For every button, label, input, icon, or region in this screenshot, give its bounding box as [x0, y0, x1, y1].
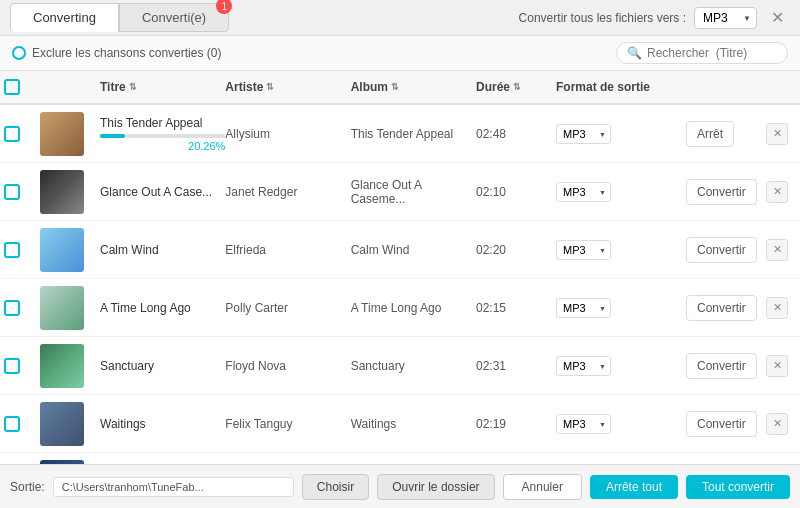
row-duration: 02:10 — [476, 185, 556, 199]
progress-bar-wrap — [100, 134, 225, 138]
row-checkbox[interactable] — [4, 358, 20, 374]
row-format-select[interactable]: MP3AACFLACWAV — [556, 240, 611, 260]
tab-converting[interactable]: Converting — [10, 3, 119, 32]
choisir-button[interactable]: Choisir — [302, 474, 369, 500]
progress-container: This Tender Appeal 20.26% — [100, 116, 225, 152]
th-artiste[interactable]: Artiste ⇅ — [225, 80, 350, 94]
row-action: Convertir — [686, 411, 766, 437]
row-duration: 02:31 — [476, 359, 556, 373]
table-row: Waitings Felix Tanguy Waitings 02:19 MP3… — [0, 395, 800, 453]
row-action: Convertir — [686, 353, 766, 379]
annuler-button[interactable]: Annuler — [503, 474, 582, 500]
bottom-bar: Sortie: C:\Users\tranhom\TuneFab... Choi… — [0, 464, 800, 508]
row-check — [4, 242, 40, 258]
th-album[interactable]: Album ⇅ — [351, 80, 476, 94]
row-check — [4, 416, 40, 432]
duree-sort-icon: ⇅ — [513, 82, 521, 92]
artiste-sort-icon: ⇅ — [266, 82, 274, 92]
row-delete: ✕ — [766, 123, 796, 145]
row-duration: 02:20 — [476, 243, 556, 257]
song-title: A Time Long Ago — [100, 301, 191, 315]
row-checkbox[interactable] — [4, 300, 20, 316]
arret-button[interactable]: Arrêt — [686, 121, 734, 147]
converti-badge: 1 — [216, 0, 232, 14]
row-artist: Elfrieda — [225, 243, 350, 257]
row-thumb — [40, 112, 100, 156]
exclude-label: Exclure les chansons converties (0) — [12, 46, 221, 60]
row-title: Calm Wind — [100, 243, 225, 257]
row-check — [4, 126, 40, 142]
delete-button[interactable]: ✕ — [766, 355, 788, 377]
delete-button[interactable]: ✕ — [766, 123, 788, 145]
song-title: Waitings — [100, 417, 146, 431]
row-thumb — [40, 228, 100, 272]
row-format-select[interactable]: MP3AACFLACWAV — [556, 356, 611, 376]
row-checkbox[interactable] — [4, 126, 20, 142]
format-wrapper-sm: MP3AACFLACWAV — [556, 298, 611, 318]
convertir-button[interactable]: Convertir — [686, 179, 757, 205]
album-thumb — [40, 344, 84, 388]
row-album: This Tender Appeal — [351, 127, 476, 141]
format-wrapper-sm: MP3AACFLACWAV — [556, 356, 611, 376]
album-thumb — [40, 402, 84, 446]
delete-button[interactable]: ✕ — [766, 413, 788, 435]
row-title: This Tender Appeal 20.26% — [100, 116, 225, 152]
convertir-button[interactable]: Convertir — [686, 411, 757, 437]
close-button[interactable]: ✕ — [765, 6, 790, 29]
table-row: This Tender Appeal 20.26% Allysium This … — [0, 105, 800, 163]
table-row: Calm Wind Elfrieda Calm Wind 02:20 MP3AA… — [0, 221, 800, 279]
format-wrapper-sm: MP3AACFLACWAV — [556, 240, 611, 260]
titre-sort-icon: ⇅ — [129, 82, 137, 92]
th-titre[interactable]: Titre ⇅ — [100, 80, 225, 94]
row-delete: ✕ — [766, 297, 796, 319]
row-format: MP3AACFLACWAV — [556, 124, 686, 144]
convertir-button[interactable]: Convertir — [686, 295, 757, 321]
row-album: Calm Wind — [351, 243, 476, 257]
th-format: Format de sortie — [556, 80, 686, 94]
right-controls: Convertir tous les fichiers vers : MP3AA… — [519, 6, 790, 29]
row-artist: Janet Redger — [225, 185, 350, 199]
row-artist: Floyd Nova — [225, 359, 350, 373]
app-container: Converting Converti(e) 1 Convertir tous … — [0, 0, 800, 508]
song-title: Glance Out A Case... — [100, 185, 212, 199]
row-duration: 02:15 — [476, 301, 556, 315]
convertir-button[interactable]: Convertir — [686, 353, 757, 379]
delete-button[interactable]: ✕ — [766, 297, 788, 319]
tout-convertir-button[interactable]: Tout convertir — [686, 475, 790, 499]
album-thumb — [40, 112, 84, 156]
row-action: Convertir — [686, 237, 766, 263]
search-box: 🔍 — [616, 42, 788, 64]
row-format: MP3AACFLACWAV — [556, 182, 686, 202]
header-checkbox[interactable] — [4, 79, 20, 95]
row-format: MP3AACFLACWAV — [556, 240, 686, 260]
table-row: Glance Out A Case... Janet Redger Glance… — [0, 163, 800, 221]
format-wrapper-sm: MP3AACFLACWAV — [556, 414, 611, 434]
row-artist: Polly Carter — [225, 301, 350, 315]
row-checkbox[interactable] — [4, 416, 20, 432]
delete-button[interactable]: ✕ — [766, 181, 788, 203]
th-duree[interactable]: Durée ⇅ — [476, 80, 556, 94]
global-format-select[interactable]: MP3AACFLACWAV — [694, 7, 757, 29]
row-format-select[interactable]: MP3AACFLACWAV — [556, 124, 611, 144]
table-row: From Home Vivian Roost From Home 03:22 M… — [0, 453, 800, 464]
format-wrapper-sm: MP3AACFLACWAV — [556, 182, 611, 202]
song-title: Sanctuary — [100, 359, 154, 373]
convert-all-label: Convertir tous les fichiers vers : — [519, 11, 686, 25]
row-checkbox[interactable] — [4, 242, 20, 258]
row-format-select[interactable]: MP3AACFLACWAV — [556, 414, 611, 434]
album-thumb — [40, 228, 84, 272]
row-format-select[interactable]: MP3AACFLACWAV — [556, 182, 611, 202]
row-checkbox[interactable] — [4, 184, 20, 200]
row-check — [4, 358, 40, 374]
delete-button[interactable]: ✕ — [766, 239, 788, 261]
ouvrir-button[interactable]: Ouvrir le dossier — [377, 474, 494, 500]
row-format-select[interactable]: MP3AACFLACWAV — [556, 298, 611, 318]
row-album: Sanctuary — [351, 359, 476, 373]
convertir-button[interactable]: Convertir — [686, 237, 757, 263]
row-title: Waitings — [100, 417, 225, 431]
circle-icon — [12, 46, 26, 60]
arret-tout-button[interactable]: Arrête tout — [590, 475, 678, 499]
search-input[interactable] — [647, 46, 777, 60]
row-duration: 02:48 — [476, 127, 556, 141]
tab-converti[interactable]: Converti(e) 1 — [119, 3, 229, 32]
